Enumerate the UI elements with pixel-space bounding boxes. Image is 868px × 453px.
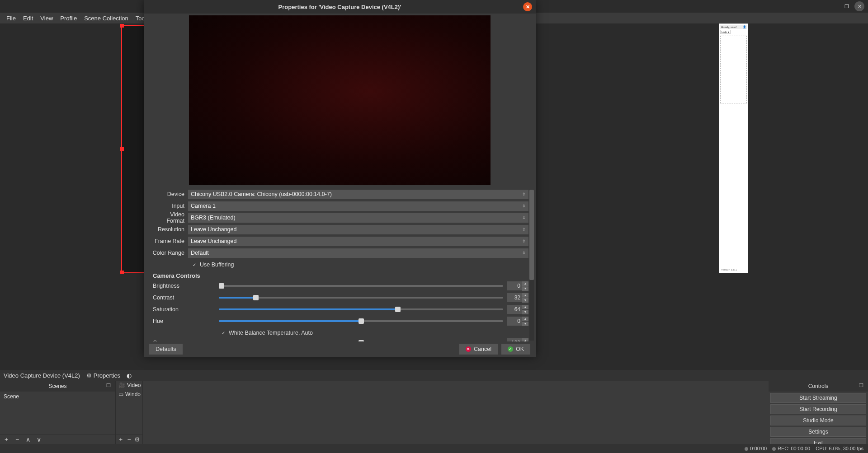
chevron-down-icon[interactable]: ▼ — [522, 298, 528, 303]
chevron-down-icon[interactable]: ▼ — [522, 322, 528, 326]
chevron-up-icon[interactable]: ▲ — [522, 281, 528, 286]
color-range-select[interactable]: Default ⇳ — [188, 248, 528, 258]
popout-icon[interactable]: ❐ — [106, 383, 113, 389]
start-streaming-button[interactable]: Start Streaming — [770, 393, 866, 403]
contrast-spinner[interactable]: ▲▼ — [522, 293, 528, 303]
chevron-updown-icon: ⇳ — [522, 239, 526, 243]
menu-edit[interactable]: Edit — [19, 14, 37, 23]
move-scene-down-button[interactable]: ∨ — [34, 435, 43, 444]
controls-header: Controls ❐ — [769, 381, 868, 392]
menu-scene-collection[interactable]: Scene Collection — [80, 14, 132, 23]
chevron-updown-icon: ⇳ — [522, 192, 526, 196]
wiki-howdy-text: Howdy, user! — [721, 26, 737, 28]
resize-handle-icon[interactable] — [120, 271, 124, 274]
brightness-slider[interactable] — [219, 285, 503, 287]
ok-button[interactable]: ✓OK — [501, 344, 530, 355]
add-source-button[interactable]: + — [118, 435, 124, 444]
gamma-value-input[interactable]: 120 — [507, 338, 522, 341]
slider-thumb-icon[interactable] — [395, 307, 401, 312]
contrast-value-input[interactable]: 32 — [507, 293, 522, 302]
dialog-button-row: Defaults ✕Cancel ✓OK — [144, 341, 536, 357]
hue-slider[interactable] — [219, 320, 503, 322]
color-range-value: Default — [191, 250, 209, 256]
source-item[interactable]: 🎥Video — [116, 381, 142, 390]
brightness-slider-row: Brightness0▲▼ — [151, 281, 528, 291]
chevron-updown-icon: ⇳ — [522, 251, 526, 255]
settings-button[interactable]: Settings — [770, 427, 866, 437]
cancel-button[interactable]: ✕Cancel — [459, 344, 498, 355]
chevron-up-icon[interactable]: ▲ — [522, 338, 528, 342]
user-icon: 👤 — [743, 25, 746, 28]
cancel-icon: ✕ — [466, 346, 471, 352]
saturation-value-input[interactable]: 64 — [507, 305, 522, 314]
remove-source-button[interactable]: − — [126, 435, 132, 444]
resize-handle-icon[interactable] — [120, 24, 124, 28]
slider-thumb-icon[interactable] — [359, 340, 364, 341]
hue-spinner[interactable]: ▲▼ — [522, 317, 528, 326]
slider-thumb-icon[interactable] — [359, 318, 364, 324]
brightness-spinner[interactable]: ▲▼ — [522, 281, 528, 291]
wiki-upload-area — [720, 36, 747, 103]
slider-thumb-icon[interactable] — [253, 295, 259, 300]
check-icon: ✓ — [192, 262, 197, 267]
sources-dock: 🎥Video ▭Windo + − ⚙ — [116, 381, 143, 444]
scenes-header: Scenes ❐ — [0, 381, 115, 392]
dialog-preview-image — [189, 15, 491, 185]
hue-label: Hue — [151, 318, 219, 324]
gear-icon — [86, 372, 92, 379]
window-maximize-button[interactable]: ❐ — [842, 1, 852, 11]
remove-scene-button[interactable]: − — [13, 435, 22, 444]
saturation-slider[interactable] — [219, 308, 503, 310]
chevron-down-icon[interactable]: ▼ — [522, 310, 528, 314]
gamma-spinner[interactable]: ▲▼ — [522, 338, 528, 342]
resolution-label: Resolution — [151, 226, 188, 233]
window-close-button[interactable]: ✕ — [854, 1, 864, 11]
menu-view[interactable]: View — [37, 14, 57, 23]
resolution-select[interactable]: Leave Unchanged ⇳ — [188, 225, 528, 234]
move-scene-up-button[interactable]: ∧ — [24, 435, 33, 444]
frame-rate-label: Frame Rate — [151, 238, 188, 244]
defaults-button[interactable]: Defaults — [149, 344, 183, 355]
selected-source-label: Video Capture Device (V4L2) — [4, 372, 80, 379]
dialog-scrollbar[interactable] — [529, 190, 534, 341]
resize-handle-icon[interactable] — [120, 147, 124, 151]
frame-rate-select[interactable]: Leave Unchanged ⇳ — [188, 237, 528, 246]
dialog-titlebar[interactable]: Properties for 'Video Capture Device (V4… — [144, 0, 536, 14]
chevron-down-icon[interactable]: ▼ — [522, 286, 528, 291]
source-properties-button[interactable]: Properties — [86, 372, 120, 379]
input-select[interactable]: Camera 1 ⇳ — [188, 201, 528, 211]
dialog-title: Properties for 'Video Capture Device (V4… — [278, 4, 401, 10]
source-settings-button[interactable]: ⚙ — [134, 435, 141, 444]
use-buffering-checkbox[interactable]: ✓ Use Buffering — [151, 260, 528, 270]
white-balance-auto-checkbox[interactable]: ✓White Balance Temperature, Auto — [151, 328, 528, 338]
start-recording-button[interactable]: Start Recording — [770, 404, 866, 414]
scene-item[interactable]: Scene — [0, 392, 115, 402]
live-time: 0:00:00 — [750, 446, 767, 451]
dialog-close-button[interactable]: ✕ — [523, 2, 532, 11]
scrollbar-thumb[interactable] — [529, 190, 534, 280]
chevron-up-icon[interactable]: ▲ — [522, 317, 528, 321]
resolution-value: Leave Unchanged — [191, 226, 236, 233]
device-select[interactable]: Chicony USB2.0 Camera: Chicony (usb-0000… — [188, 190, 528, 199]
studio-mode-button[interactable]: Studio Mode — [770, 416, 866, 425]
video-format-select[interactable]: BGR3 (Emulated) ⇳ — [188, 213, 528, 223]
window-minimize-button[interactable]: — — [829, 1, 839, 11]
use-buffering-label: Use Buffering — [200, 262, 234, 268]
slider-thumb-icon[interactable] — [219, 283, 224, 289]
white-balance-label: White Balance Temperature, Auto — [229, 330, 313, 336]
menu-file[interactable]: File — [3, 14, 19, 23]
add-scene-button[interactable]: + — [2, 435, 11, 444]
popout-icon[interactable]: ❐ — [859, 383, 865, 389]
device-value: Chicony USB2.0 Camera: Chicony (usb-0000… — [191, 191, 332, 197]
check-icon: ✓ — [221, 330, 226, 336]
menu-profile[interactable]: Profile — [57, 14, 80, 23]
chevron-updown-icon: ⇳ — [522, 215, 526, 220]
chevron-up-icon[interactable]: ▲ — [522, 293, 528, 298]
source-item[interactable]: ▭Windo — [116, 390, 142, 399]
contrast-slider[interactable] — [219, 297, 503, 299]
chevron-up-icon[interactable]: ▲ — [522, 305, 528, 309]
hue-value-input[interactable]: 0 — [507, 317, 522, 326]
brightness-value-input[interactable]: 0 — [507, 281, 522, 290]
source-filters-button[interactable]: ◐ — [127, 372, 132, 379]
saturation-spinner[interactable]: ▲▼ — [522, 305, 528, 314]
